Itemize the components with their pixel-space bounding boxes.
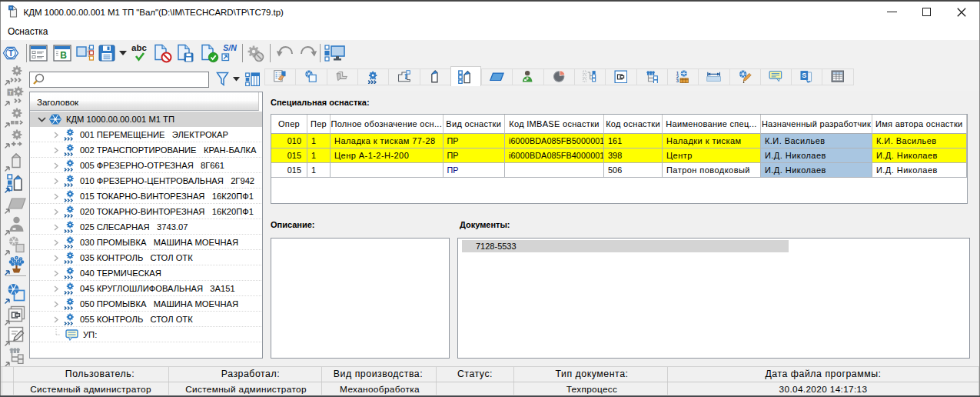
svg-text:3: 3 [676,78,679,83]
svg-text:S: S [802,72,807,79]
svg-text:S/N: S/N [223,43,237,52]
svg-text:B: B [60,50,67,61]
svg-text:T: T [8,88,12,95]
svg-text:T: T [8,48,14,58]
svg-text:abc: abc [131,43,147,52]
